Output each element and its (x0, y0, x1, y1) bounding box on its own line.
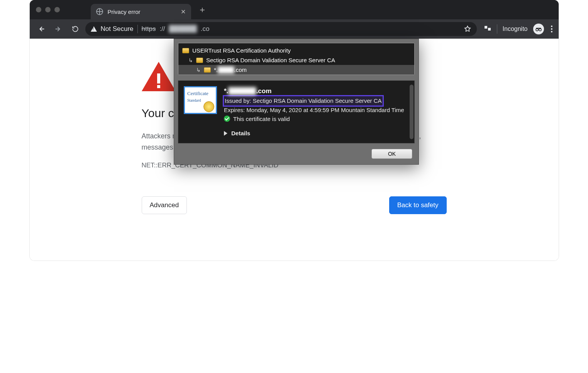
cert-chain-root[interactable]: USERTrust RSA Certification Authority (178, 46, 414, 55)
url-sep: :// (159, 25, 165, 33)
browser-menu-button[interactable] (549, 24, 554, 34)
checkmark-icon (224, 116, 230, 122)
certificate-icon (182, 48, 189, 53)
button-row: Advanced Back to safety (142, 196, 447, 214)
address-separator (137, 25, 138, 33)
certificate-large-icon: Standard (184, 86, 217, 114)
bookmark-star-icon[interactable] (464, 25, 471, 33)
url-host-redacted: ██████ (169, 25, 197, 33)
incognito-label: Incognito (503, 26, 528, 32)
certificate-icon (204, 67, 211, 73)
back-button[interactable] (34, 22, 48, 36)
svg-point-3 (539, 29, 541, 31)
tab-title: Privacy error (108, 9, 176, 15)
reload-icon (71, 25, 79, 33)
tree-branch-icon: ↳ (188, 57, 193, 63)
toolbar-separator (497, 24, 497, 34)
toolbar-right: Incognito (484, 24, 554, 34)
incognito-icon[interactable] (533, 24, 544, 34)
cert-chain-root-label: USERTrust RSA Certification Authority (192, 47, 291, 54)
certificate-expires: Expires: Monday, May 4, 2020 at 4:59:59 … (224, 106, 409, 114)
disclosure-triangle-icon (224, 131, 227, 136)
certificate-icon (196, 58, 203, 63)
window-controls[interactable] (36, 7, 60, 12)
certificate-subject: *.██████.com (224, 86, 409, 96)
new-tab-button[interactable]: ＋ (198, 4, 207, 15)
svg-point-2 (536, 29, 538, 31)
tree-branch-icon: ↳ (196, 67, 201, 73)
browser-chrome: Privacy error ✕ ＋ Not Secure https://███… (30, 0, 559, 39)
browser-toolbar: Not Secure https://██████.co Incognito (30, 19, 559, 39)
globe-icon (96, 8, 103, 15)
window-zoom[interactable] (54, 7, 60, 12)
url-tld: .co (201, 25, 210, 33)
tab-close-icon[interactable]: ✕ (181, 8, 186, 15)
cert-chain-intermediate-label: Sectigo RSA Domain Validation Secure Ser… (206, 57, 335, 63)
details-disclosure[interactable]: Details (224, 129, 409, 138)
arrow-left-icon (37, 25, 46, 33)
certificate-detail-panel: Standard *.██████.com Issued by: Sectigo… (178, 80, 415, 143)
cert-chain-intermediate[interactable]: ↳ Sectigo RSA Domain Validation Secure S… (178, 55, 414, 65)
url-scheme: https (142, 25, 156, 33)
certificate-chain-list[interactable]: USERTrust RSA Certification Authority ↳ … (178, 43, 415, 75)
tab-strip: Privacy error ✕ ＋ (30, 0, 559, 19)
certificate-viewer-dialog[interactable]: USERTrust RSA Certification Authority ↳ … (174, 39, 419, 165)
extension-icon[interactable] (484, 25, 491, 33)
details-label: Details (231, 129, 250, 138)
scrollbar[interactable] (410, 85, 413, 139)
address-bar[interactable]: Not Secure https://██████.co (85, 22, 477, 36)
certificate-issued-by: Issued by: Sectigo RSA Domain Validation… (224, 96, 383, 105)
not-secure-label[interactable]: Not Secure (101, 25, 134, 33)
svg-rect-1 (488, 28, 491, 31)
window-close[interactable] (36, 7, 41, 12)
certificate-valid-status: This certificate is valid (224, 114, 409, 123)
ok-button[interactable]: OK (371, 149, 412, 159)
not-secure-icon[interactable] (91, 26, 97, 32)
cert-chain-leaf-label: *.████.com (214, 66, 247, 73)
browser-tab[interactable]: Privacy error ✕ (91, 4, 191, 19)
warning-triangle-icon (142, 62, 176, 91)
svg-rect-0 (485, 26, 487, 29)
certificate-info: *.██████.com Issued by: Sectigo RSA Doma… (224, 86, 409, 138)
cert-chain-leaf[interactable]: ↳ *.████.com (178, 65, 414, 75)
arrow-right-icon (54, 25, 63, 33)
reload-button[interactable] (68, 22, 82, 36)
back-to-safety-button[interactable]: Back to safety (389, 196, 447, 214)
forward-button[interactable] (51, 22, 65, 36)
dialog-footer: OK (178, 143, 415, 160)
advanced-button[interactable]: Advanced (142, 196, 187, 214)
window-minimize[interactable] (45, 7, 51, 12)
